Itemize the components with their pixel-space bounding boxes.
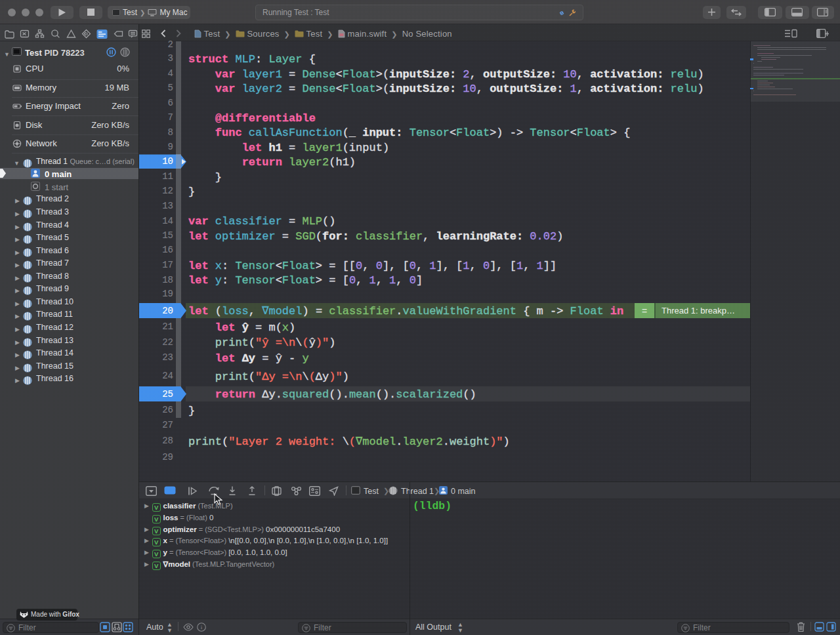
- svg-text:i: i: [201, 624, 203, 630]
